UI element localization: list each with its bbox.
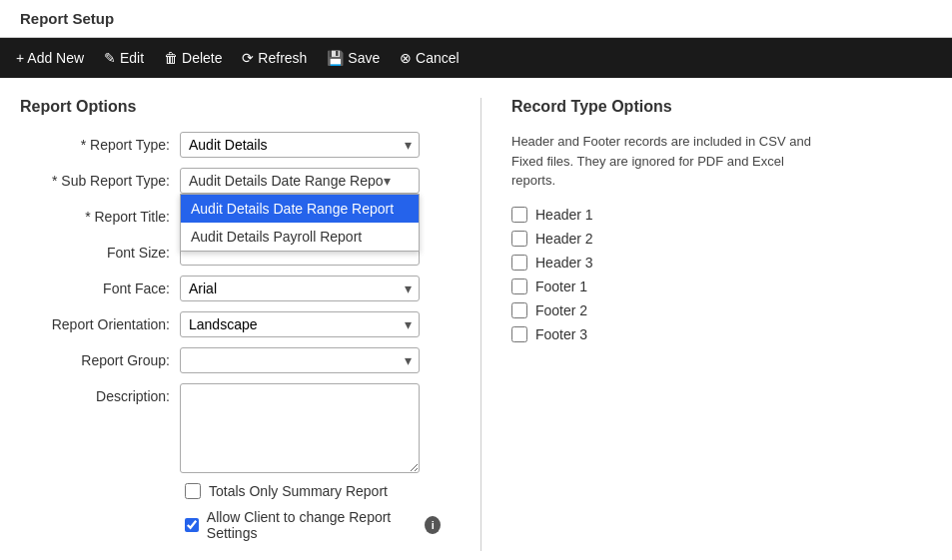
totals-only-checkbox[interactable] xyxy=(185,483,201,499)
report-group-label: Report Group: xyxy=(20,347,180,368)
list-item: Footer 1 xyxy=(511,279,932,294)
report-orientation-wrapper: Landscape xyxy=(180,311,420,337)
report-title-label: * Report Title: xyxy=(20,204,180,225)
record-type-info: Header and Footer records are included i… xyxy=(511,132,831,191)
left-panel: Report Options * Report Type: Audit Deta… xyxy=(20,98,441,551)
totals-only-label: Totals Only Summary Report xyxy=(209,483,388,499)
title-bar: Report Setup xyxy=(0,0,952,38)
sub-report-type-dropdown: Audit Details Date Range Report Audit De… xyxy=(180,194,420,252)
delete-button[interactable]: 🗑 Delete xyxy=(164,50,222,66)
font-size-label: Font Size: xyxy=(20,240,180,261)
report-orientation-row: Report Orientation: Landscape xyxy=(20,311,441,337)
report-group-select[interactable] xyxy=(180,347,420,373)
report-type-row: * Report Type: Audit Details xyxy=(20,132,441,158)
sub-report-type-label: * Sub Report Type: xyxy=(20,168,180,189)
description-row: Description: xyxy=(20,383,441,473)
header3-label: Header 3 xyxy=(535,255,593,271)
header1-checkbox[interactable] xyxy=(511,207,527,223)
allow-client-info-icon[interactable]: i xyxy=(425,516,441,534)
font-face-select[interactable]: Arial xyxy=(180,276,420,301)
footer2-checkbox[interactable] xyxy=(511,302,527,318)
footer3-label: Footer 3 xyxy=(535,326,587,342)
refresh-button[interactable]: ⟳ Refresh xyxy=(242,50,307,66)
list-item: Footer 2 xyxy=(511,302,932,318)
dropdown-item-payroll[interactable]: Audit Details Payroll Report xyxy=(181,223,419,251)
header2-label: Header 2 xyxy=(535,231,593,247)
font-face-wrapper: Arial xyxy=(180,276,420,301)
save-button[interactable]: 💾 Save xyxy=(327,50,380,66)
font-face-label: Font Face: xyxy=(20,276,180,296)
report-orientation-label: Report Orientation: xyxy=(20,311,180,332)
report-options-title: Report Options xyxy=(20,98,441,116)
footer1-label: Footer 1 xyxy=(535,279,587,294)
header1-label: Header 1 xyxy=(535,207,593,223)
report-orientation-select[interactable]: Landscape xyxy=(180,311,420,337)
report-group-wrapper xyxy=(180,347,420,373)
allow-client-label: Allow Client to change Report Settings xyxy=(207,509,414,541)
main-content: Report Options * Report Type: Audit Deta… xyxy=(0,78,952,560)
report-type-select[interactable]: Audit Details xyxy=(180,132,420,158)
sub-report-type-row: * Sub Report Type: Audit Details Date Ra… xyxy=(20,168,441,194)
list-item: Header 3 xyxy=(511,255,932,271)
record-type-title: Record Type Options xyxy=(511,98,932,116)
footer1-checkbox[interactable] xyxy=(511,279,527,294)
toolbar: + Add New ✎ Edit 🗑 Delete ⟳ Refresh 💾 Sa… xyxy=(0,38,952,78)
list-item: Header 2 xyxy=(511,231,932,247)
right-panel: Record Type Options Header and Footer re… xyxy=(480,98,932,551)
description-textarea[interactable] xyxy=(180,383,420,473)
edit-button[interactable]: ✎ Edit xyxy=(104,50,144,66)
cancel-button[interactable]: ⊗ Cancel xyxy=(400,50,459,66)
totals-only-row: Totals Only Summary Report xyxy=(185,483,441,499)
header3-checkbox[interactable] xyxy=(511,255,527,271)
font-face-row: Font Face: Arial xyxy=(20,276,441,301)
description-label: Description: xyxy=(20,383,180,404)
sub-report-type-wrapper: Audit Details Date Range Repo Audit Deta… xyxy=(180,168,420,194)
footer3-checkbox[interactable] xyxy=(511,326,527,342)
header2-checkbox[interactable] xyxy=(511,231,527,247)
footer2-label: Footer 2 xyxy=(535,302,587,318)
dropdown-item-date-range[interactable]: Audit Details Date Range Report xyxy=(181,195,419,223)
allow-client-checkbox[interactable] xyxy=(185,517,199,533)
list-item: Footer 3 xyxy=(511,326,932,342)
sub-report-type-selected[interactable]: Audit Details Date Range Repo xyxy=(180,168,420,194)
report-type-wrapper: Audit Details xyxy=(180,132,420,158)
report-group-row: Report Group: xyxy=(20,347,441,373)
list-item: Header 1 xyxy=(511,207,932,223)
page-title: Report Setup xyxy=(20,10,114,27)
report-type-label: * Report Type: xyxy=(20,132,180,153)
record-type-list: Header 1 Header 2 Header 3 Footer 1 Foot… xyxy=(511,207,932,342)
add-new-button[interactable]: + Add New xyxy=(16,50,84,66)
allow-client-row: Allow Client to change Report Settings i xyxy=(185,509,441,541)
